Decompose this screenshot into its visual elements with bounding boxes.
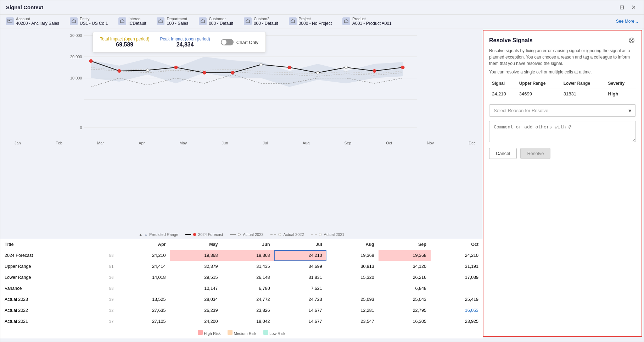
row-apr: 27,105 <box>118 316 170 327</box>
col-jul: Jul <box>274 239 326 250</box>
resolve-description: Resolve signals by fixing an error-causi… <box>489 48 636 67</box>
severity-value: High <box>605 88 636 100</box>
row-jun: 23,826 <box>222 305 274 316</box>
row-aug <box>326 283 379 294</box>
row-title: 2024 Forecast <box>0 250 88 261</box>
row-aug: 19,368 <box>326 250 379 261</box>
project-label: Project <box>299 17 332 21</box>
svg-point-24 <box>231 71 235 75</box>
row-col0: 58 <box>88 250 118 261</box>
entity-value: US1 - US Co 1 <box>80 21 108 26</box>
high-risk-label: High Risk <box>204 331 220 336</box>
svg-point-20 <box>118 69 121 73</box>
title-bar-controls: ⊡ ✕ <box>617 3 638 11</box>
col-empty <box>88 239 118 250</box>
select-reason-dropdown[interactable]: Select Reason for Resolve Fix Error Plan… <box>489 104 636 117</box>
row-oct: 17,039 <box>431 272 483 283</box>
row-jun: 24,772 <box>222 294 274 305</box>
row-aug: 12,281 <box>326 305 379 316</box>
row-col0: 36 <box>88 272 118 283</box>
svg-marker-2 <box>72 20 75 23</box>
col-oct: Oct <box>431 239 483 250</box>
row-sep: 16,305 <box>379 316 431 327</box>
chart-only-toggle[interactable]: Chart Only <box>221 37 258 48</box>
row-apr: 27,635 <box>118 305 170 316</box>
context-item-product: Product A001 - Product A001 <box>342 17 392 26</box>
signal-value: 24,210 <box>489 88 516 100</box>
data-table: Title Apr May Jun Jul Aug Sep Oct <box>0 239 483 327</box>
chart-x-labels: Jan Feb Mar Apr May Jun Jul Aug Sep Oct … <box>15 139 479 147</box>
row-sep: 34,120 <box>379 261 431 272</box>
cancel-button[interactable]: Cancel <box>489 148 517 159</box>
table-footer-legend: High Risk Medium Risk Low Risk <box>0 327 483 338</box>
see-more-link[interactable]: See More... <box>616 19 638 24</box>
account-label: Account <box>16 17 59 21</box>
upper-range-value: 34699 <box>516 88 561 100</box>
custom2-icon <box>244 17 252 25</box>
row-title: Actual 2021 <box>0 316 88 327</box>
resolve-close-button[interactable] <box>627 36 636 45</box>
col-severity: Severity <box>605 79 636 88</box>
product-value: A001 - Product A001 <box>352 21 392 26</box>
row-apr <box>118 283 170 294</box>
restore-button[interactable]: ⊡ <box>617 3 626 11</box>
interco-icon <box>118 17 126 25</box>
high-risk-box <box>198 330 203 335</box>
row-sep: 26,216 <box>379 272 431 283</box>
svg-point-27 <box>317 71 319 74</box>
table-row: 2024 Forecast 58 24,210 19,368 19,368 24… <box>0 250 483 261</box>
close-button[interactable]: ✕ <box>629 3 638 11</box>
svg-point-23 <box>203 71 206 75</box>
row-jul: 24,723 <box>274 294 326 305</box>
legend-actual-2022: Actual 2022 <box>270 232 304 237</box>
reason-dropdown-wrapper[interactable]: Select Reason for Resolve Fix Error Plan… <box>489 104 636 117</box>
interco-label: Interco <box>128 17 146 21</box>
row-title: Lower Range <box>0 272 88 283</box>
project-value: 0000 - No Project <box>299 21 332 26</box>
row-sep: 22,795 <box>379 305 431 316</box>
context-item-customer: Customer 000 - Default <box>199 17 233 26</box>
row-jul: 14,677 <box>274 316 326 327</box>
svg-marker-18 <box>91 57 403 87</box>
col-may: May <box>170 239 222 250</box>
account-icon <box>6 17 14 25</box>
department-icon <box>157 17 164 25</box>
chart-only-label: Chart Only <box>236 40 258 45</box>
resolve-signals-panel: Resolve Signals Resolve signals by fixin… <box>483 30 642 337</box>
col-signal: Signal <box>489 79 516 88</box>
svg-marker-8 <box>345 20 348 23</box>
row-col0: 51 <box>88 261 118 272</box>
account-value: 40200 - Ancillary Sales <box>16 21 59 26</box>
resolve-close-icon <box>629 38 634 43</box>
chart-legend-card: Total Impact (open period) 69,589 Peak I… <box>93 32 266 53</box>
resolve-actions: Cancel Resolve <box>489 148 636 159</box>
row-col0: 32 <box>88 305 118 316</box>
resolve-button[interactable]: Resolve <box>520 148 550 159</box>
svg-text:0: 0 <box>80 126 82 130</box>
row-may: 28,034 <box>170 294 222 305</box>
forecast-dot <box>193 233 196 236</box>
low-risk-label: Low Risk <box>269 331 285 336</box>
col-jun: Jun <box>222 239 274 250</box>
context-item-project: Project 0000 - No Project <box>289 17 332 26</box>
legend-actual-2021: Actual 2021 <box>311 232 345 237</box>
low-risk-box <box>263 330 268 335</box>
row-aug: 15,320 <box>326 272 379 283</box>
row-jul: 31,831 <box>274 272 326 283</box>
row-col0: 39 <box>88 294 118 305</box>
department-value: 100 - Sales <box>167 21 188 26</box>
customer-value: 000 - Default <box>209 21 233 26</box>
custom2-label: Custom2 <box>254 17 278 21</box>
data-table-container: Title Apr May Jun Jul Aug Sep Oct <box>0 239 483 338</box>
svg-marker-4 <box>159 20 162 23</box>
table-header-row: Title Apr May Jun Jul Aug Sep Oct <box>0 239 483 250</box>
context-item-department: Department 100 - Sales <box>157 17 188 26</box>
window-title: Signal Context <box>6 4 43 10</box>
row-aug: 30,913 <box>326 261 379 272</box>
comment-textarea[interactable] <box>489 121 636 142</box>
svg-point-26 <box>288 66 291 69</box>
row-jul: 14,677 <box>274 305 326 316</box>
toggle-switch[interactable] <box>221 39 234 45</box>
row-jul[interactable]: 24,210 <box>274 250 326 261</box>
svg-marker-5 <box>201 20 205 23</box>
